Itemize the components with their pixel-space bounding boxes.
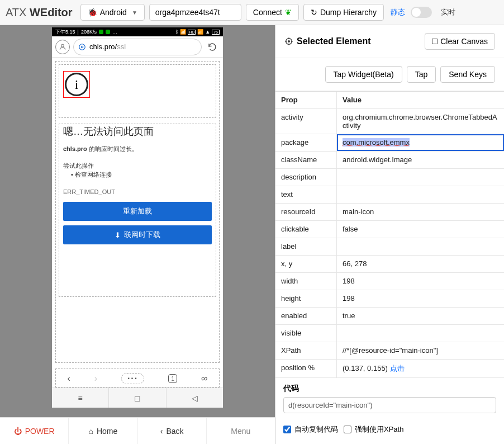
device-screen[interactable]: 下午5:15| 206K/s … ᛒ 📶 HD 📶 ▲ 76 — [52, 27, 223, 408]
browser-bottom-bar: ‹ › ··· 1 ∞ — [55, 371, 220, 386]
reload-page-button[interactable]: 重新加载 — [63, 202, 212, 221]
battery-icon: 76 — [212, 30, 220, 35]
square-icon — [432, 39, 438, 44]
tap-button[interactable]: Tap — [407, 66, 436, 83]
volte-icon: HD — [188, 30, 196, 35]
profile-icon[interactable] — [55, 40, 70, 54]
svg-point-1 — [79, 44, 85, 50]
android-icon: 🐞 — [88, 8, 97, 17]
code-input[interactable] — [283, 397, 496, 413]
clear-canvas-button[interactable]: Clear Canvas — [425, 33, 495, 50]
svg-point-2 — [81, 46, 83, 48]
power-button[interactable]: ⏻ POWER — [0, 418, 69, 444]
power-icon: ⏻ — [14, 427, 22, 436]
download-icon: ⬇ — [115, 231, 121, 239]
table-row: position %(0.137, 0.155) 点击 — [275, 360, 504, 378]
info-icon: i — [65, 73, 88, 96]
back-icon[interactable]: ‹ — [67, 374, 70, 384]
table-row: text — [275, 186, 504, 204]
lock-icon — [78, 43, 86, 51]
signal-icon: 📶 — [180, 29, 186, 35]
prop-header-value: Value — [337, 92, 504, 108]
auto-copy-label: 自动复制代码 — [294, 424, 338, 434]
app-logo: ATX WEditor — [6, 6, 73, 19]
table-row: height198 — [275, 290, 504, 308]
bluetooth-icon: ᛒ — [175, 29, 178, 35]
back-button[interactable]: ‹ Back — [138, 418, 207, 444]
table-row: x, y66, 278 — [275, 256, 504, 273]
chevron-left-icon: ‹ — [160, 427, 163, 436]
nav-home-button[interactable]: ◻ — [109, 388, 166, 408]
table-row: packagecom.microsoft.emmx — [275, 134, 504, 152]
table-row: visible — [275, 325, 504, 342]
error-code: ERR_TIMED_OUT — [63, 188, 115, 195]
send-keys-button[interactable]: Send Keys — [440, 66, 495, 83]
code-section-label: 代码 — [283, 384, 496, 394]
crosshair-icon — [284, 37, 293, 46]
svg-point-4 — [288, 41, 290, 42]
table-row: enabledtrue — [275, 308, 504, 325]
connect-button[interactable]: Connect ❦ — [246, 4, 299, 21]
table-row: XPath//*[@resource-id="main-icon"] — [275, 342, 504, 360]
menu-icon[interactable]: ··· — [121, 373, 144, 384]
nav-back-button[interactable]: ◁ — [167, 388, 223, 408]
serial-input[interactable] — [149, 4, 241, 21]
browser-toolbar: chls.pro/ssl — [52, 36, 223, 58]
dump-hierarchy-button[interactable]: ↻ Dump Hierarchy — [303, 4, 384, 21]
auto-copy-checkbox[interactable] — [283, 426, 291, 433]
menu-button[interactable]: Menu — [207, 418, 275, 444]
mode-toggle[interactable] — [411, 7, 432, 18]
table-row: width198 — [275, 273, 504, 290]
force-xpath-label: 强制使用XPath — [355, 424, 403, 434]
mode-static-label: 静态 — [391, 7, 405, 17]
download-offline-button[interactable]: ⬇ 联网时下载 — [63, 225, 212, 244]
error-suggestion: • 检查网络连接 — [71, 171, 112, 179]
platform-selector[interactable]: 🐞 Android ▼ — [80, 4, 145, 21]
table-row: classNameandroid.widget.Image — [275, 152, 504, 169]
mode-live-label: 实时 — [441, 7, 455, 17]
home-icon: ⌂ — [88, 427, 93, 436]
force-xpath-checkbox[interactable] — [344, 426, 351, 433]
table-row: label — [275, 238, 504, 256]
tabs-icon[interactable]: 1 — [168, 374, 177, 383]
error-title: 嗯…无法访问此页面 — [63, 125, 154, 138]
nav-recent-button[interactable]: ≡ — [52, 388, 109, 408]
android-nav-bar: ≡ ◻ ◁ — [52, 388, 223, 408]
share-icon[interactable]: ∞ — [201, 374, 207, 384]
error-try-label: 尝试此操作 — [63, 162, 94, 170]
tap-widget-button[interactable]: Tap Widget(Beta) — [325, 66, 402, 83]
url-bar[interactable]: chls.pro/ssl — [73, 39, 202, 55]
wifi-icon: ▲ — [205, 29, 210, 35]
panel-title: Selected Element — [284, 36, 371, 46]
tap-position-link[interactable]: 点击 — [390, 364, 405, 372]
table-row: description — [275, 169, 504, 186]
leaf-icon: ❦ — [285, 8, 292, 17]
prop-header-key: Prop — [275, 92, 337, 108]
selected-element-highlight[interactable]: i — [63, 71, 90, 98]
refresh-icon: ↻ — [311, 8, 317, 17]
svg-point-0 — [61, 44, 64, 47]
forward-icon[interactable]: › — [94, 374, 97, 384]
properties-table: Prop Value activityorg.chromium.chrome.b… — [275, 91, 504, 378]
error-subtitle: chls.pro 的响应时间过长。 — [63, 145, 138, 153]
chevron-down-icon: ▼ — [132, 10, 137, 16]
home-button[interactable]: ⌂ Home — [69, 418, 137, 444]
table-row: resourceIdmain-icon — [275, 204, 504, 221]
table-row: clickablefalse — [275, 221, 504, 238]
signal-icon: 📶 — [197, 29, 203, 35]
table-row: activityorg.chromium.chrome.browser.Chro… — [275, 109, 504, 134]
reload-icon[interactable] — [205, 40, 220, 54]
android-status-bar: 下午5:15| 206K/s … ᛒ 📶 HD 📶 ▲ 76 — [52, 27, 223, 36]
